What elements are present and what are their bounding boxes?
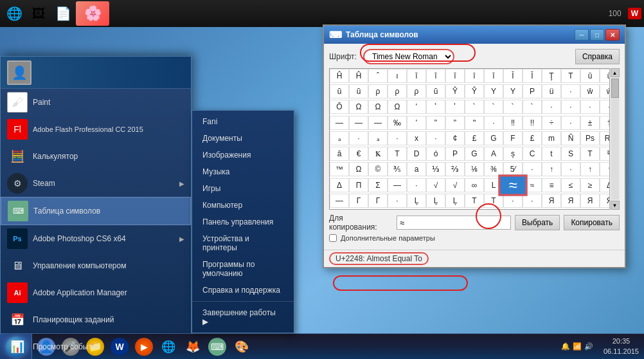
char-cell[interactable]: ó <box>426 147 445 161</box>
char-cell[interactable]: ' <box>407 100 426 114</box>
char-cell[interactable]: ρ <box>388 84 407 98</box>
char-cell[interactable]: ⅔ <box>445 162 465 176</box>
char-cell[interactable]: ≈ <box>499 174 528 196</box>
char-cell[interactable]: ŵ <box>580 84 600 98</box>
char-cell[interactable]: Ω <box>368 100 388 114</box>
char-cell[interactable]: x <box>407 131 426 145</box>
char-cell[interactable]: ↑ <box>580 162 600 176</box>
char-cell[interactable]: Δ <box>330 178 349 192</box>
help-button[interactable]: Справка <box>575 49 620 64</box>
char-cell[interactable]: ĭ <box>484 69 503 83</box>
char-cell[interactable]: ˋ <box>523 100 542 114</box>
char-cell[interactable]: Ļ <box>426 194 445 208</box>
char-cell[interactable]: Ī <box>503 69 523 83</box>
char-cell[interactable]: ĭ <box>426 69 445 83</box>
char-cell[interactable]: Ī <box>523 69 542 83</box>
doc-icon-top[interactable]: 📄 <box>51 2 75 25</box>
char-cell[interactable]: T <box>561 69 580 83</box>
char-cell[interactable]: ∞ <box>465 178 484 192</box>
char-cell[interactable]: Я <box>580 194 600 208</box>
char-cell[interactable]: !! <box>523 116 542 130</box>
menu-item-charmap[interactable]: ⌨ Таблица символов <box>1 197 191 225</box>
char-cell[interactable]: · <box>561 116 580 130</box>
char-cell[interactable]: ‟ <box>465 116 484 130</box>
char-cell[interactable]: P <box>445 147 465 161</box>
char-cell[interactable]: · <box>407 178 426 192</box>
char-cell[interactable]: ˆ <box>368 69 388 83</box>
char-cell[interactable]: √ <box>445 178 465 192</box>
char-cell[interactable]: Я <box>561 194 580 208</box>
char-cell[interactable]: " <box>445 116 465 130</box>
char-cell[interactable]: ʿ <box>426 100 445 114</box>
menu-item-flash[interactable]: Fl Adobe Flash Professional CC 2015 <box>1 116 191 143</box>
char-cell[interactable]: ⅛ <box>465 162 484 176</box>
char-cell[interactable]: ± <box>580 116 600 130</box>
char-cell[interactable]: · <box>388 194 407 208</box>
menu-item-adobe-mgr[interactable]: Ai Adobe Application Manager <box>1 279 191 306</box>
char-cell[interactable]: Ţ <box>542 69 561 83</box>
char-cell[interactable]: Ŷ <box>465 84 484 98</box>
char-cell[interactable]: Γ <box>368 194 388 208</box>
char-cell[interactable]: C <box>523 147 542 161</box>
char-cell[interactable]: € <box>349 147 368 161</box>
char-cell[interactable]: · <box>388 131 407 145</box>
char-cell[interactable]: ü <box>542 84 561 98</box>
char-cell[interactable]: ‰ <box>388 116 407 130</box>
char-cell[interactable]: ˋ <box>503 100 523 114</box>
char-cell[interactable]: ĭ <box>407 69 426 83</box>
char-cell[interactable]: © <box>368 162 388 176</box>
char-cell[interactable]: √ <box>426 178 445 192</box>
char-cell[interactable]: — <box>330 194 349 208</box>
char-cell[interactable]: ĭ <box>445 69 465 83</box>
scroll-down[interactable]: ▼ <box>611 201 620 210</box>
char-cell[interactable]: F <box>503 131 523 145</box>
char-cell[interactable]: ≥ <box>580 178 600 192</box>
char-cell[interactable]: — <box>330 116 349 130</box>
char-cell[interactable]: Σ <box>368 178 388 192</box>
char-cell[interactable]: Ω <box>349 100 368 114</box>
char-cell[interactable]: Ω <box>388 100 407 114</box>
char-cell[interactable]: — <box>388 178 407 192</box>
char-cell[interactable]: · <box>349 131 368 145</box>
char-cell[interactable]: ā <box>330 147 349 161</box>
char-cell[interactable]: ⅗ <box>388 162 407 176</box>
submenu-devices[interactable]: Устройства и принтеры <box>192 230 294 256</box>
submenu-docs[interactable]: Документы <box>192 130 294 147</box>
char-cell[interactable]: A <box>484 147 503 161</box>
char-cell[interactable]: T <box>580 147 600 161</box>
char-cell[interactable]: G <box>465 147 484 161</box>
char-cell[interactable]: D <box>407 147 426 161</box>
taskbar-paint-icon[interactable]: 🎨 <box>230 335 253 358</box>
char-cell[interactable]: ˋ <box>484 100 503 114</box>
char-cell[interactable]: · <box>561 100 580 114</box>
char-cell[interactable]: · <box>561 84 580 98</box>
char-cell[interactable]: Ĥ <box>330 69 349 83</box>
char-cell[interactable]: ρ <box>368 84 388 98</box>
char-cell[interactable]: ı <box>388 69 407 83</box>
menu-item-scheduler[interactable]: 📅 Планировщик заданий <box>1 306 191 333</box>
select-button[interactable]: Выбрать <box>515 215 560 230</box>
menu-item-computer[interactable]: 🖥 Управление компьютером <box>1 252 191 279</box>
menu-item-paint[interactable]: 🖌 Paint <box>1 89 191 116</box>
char-cell[interactable]: ≡ <box>542 178 561 192</box>
char-cell[interactable]: Ps <box>580 131 600 145</box>
char-cell[interactable]: m <box>542 131 561 145</box>
char-cell[interactable]: ' <box>407 116 426 130</box>
scroll-thumb[interactable] <box>611 78 619 98</box>
char-cell[interactable]: — <box>349 116 368 130</box>
char-cell[interactable]: · <box>580 100 600 114</box>
char-cell[interactable]: ŭ <box>426 84 445 98</box>
flower-thumbnail[interactable]: 🌸 <box>76 1 109 26</box>
maximize-button[interactable]: □ <box>590 29 604 41</box>
char-cell[interactable]: ū <box>580 69 600 83</box>
char-cell[interactable]: · <box>484 116 503 130</box>
submenu-games[interactable]: Игры <box>192 180 294 197</box>
char-cell[interactable]: a <box>407 162 426 176</box>
submenu-help[interactable]: Справка и поддержка <box>192 282 294 299</box>
char-cell[interactable]: ŭ <box>349 84 368 98</box>
adv-checkbox[interactable] <box>329 234 337 242</box>
char-cell[interactable]: G <box>484 131 503 145</box>
char-cell[interactable]: Ŷ <box>445 84 465 98</box>
char-cell[interactable]: Ō <box>330 100 349 114</box>
char-cell[interactable]: Ļ <box>407 194 426 208</box>
